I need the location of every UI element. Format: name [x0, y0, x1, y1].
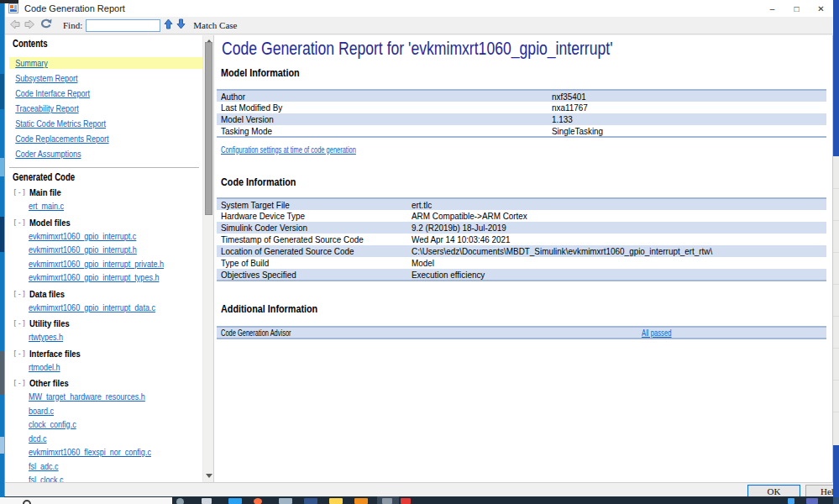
find-previous-icon[interactable] [164, 18, 173, 33]
search-circle-icon[interactable] [23, 500, 31, 504]
taskbar-icon-9[interactable] [382, 498, 392, 504]
generated-file-link[interactable]: rtwtypes.h [29, 330, 63, 344]
taskbar-icon-1[interactable] [176, 498, 184, 504]
row-label: Last Modified By [217, 102, 548, 113]
match-case-option[interactable]: Match Case [193, 20, 237, 30]
taskbar-tray-icon-1[interactable] [788, 498, 794, 504]
generated-file-link[interactable]: evkmimxrt1060_gpio_interrupt_private.h [29, 257, 164, 271]
tree-group-label: Other files [29, 376, 69, 390]
tree-file-row: clock_config.c [5, 417, 202, 432]
row-value-link[interactable]: All passed [642, 328, 672, 338]
taskbar-icon-3[interactable] [228, 498, 242, 504]
contents-link-row: Traceability Report [9, 101, 202, 116]
row-value: C:\Users\edz\Documents\MBDT_Simulink\evk… [407, 245, 826, 257]
find-next-icon[interactable] [176, 18, 186, 33]
configuration-settings-link[interactable]: Configuration settings at time of code g… [221, 144, 356, 155]
row-label: Location of Generated Source Code [217, 245, 407, 257]
generated-file-link[interactable]: evkmimxrt1060_flexspi_nor_config.c [29, 445, 151, 459]
find-input[interactable] [86, 19, 160, 32]
row-value: nxf35401 [548, 90, 826, 102]
contents-link[interactable]: Traceability Report [13, 102, 79, 114]
tree-file-row: dcd.c [5, 432, 202, 446]
generated-file-link[interactable]: ert_main.c [29, 199, 64, 213]
collapse-icon[interactable]: [-] [13, 218, 26, 227]
generated-file-link[interactable]: fsl_clock.c [29, 473, 64, 482]
contents-link[interactable]: Code Replacements Report [13, 133, 109, 144]
close-button[interactable]: ✕ [809, 0, 833, 17]
tree-group-label: Main file [29, 186, 61, 199]
generated-file-link[interactable]: dcd.c [29, 432, 47, 446]
tree-file-row: board.c [5, 404, 202, 418]
row-label: Objectives Specified [217, 269, 407, 281]
tree-file-row: rtmodel.h [5, 360, 202, 375]
row-label: Hardware Device Type [217, 210, 407, 222]
taskbar-icon-6[interactable] [304, 498, 317, 504]
taskbar-icon-8[interactable] [354, 498, 368, 504]
contents-link[interactable]: Code Interface Report [13, 87, 90, 99]
find-toolbar: Find: Match Case [5, 17, 833, 34]
contents-sidebar: Contents SummarySubsystem ReportCode Int… [5, 35, 202, 482]
scroll-down-icon[interactable] [206, 474, 212, 478]
contents-link[interactable]: Subsystem Report [13, 72, 77, 84]
collapse-icon[interactable]: [-] [13, 290, 26, 298]
refresh-icon[interactable] [39, 18, 52, 33]
row-value: Model [407, 257, 826, 269]
tree-file-row: evkmimxrt1060_gpio_interrupt.c [5, 229, 202, 244]
taskbar-icon-2[interactable] [202, 498, 212, 504]
sidebar-separator [9, 167, 199, 168]
sidebar-scrollbar[interactable] [202, 35, 213, 482]
taskbar-icon-7[interactable] [329, 498, 343, 504]
scrollbar-thumb[interactable] [205, 42, 212, 215]
tree-file-row: evkmimxrt1060_flexspi_nor_config.c [5, 445, 202, 459]
collapse-icon[interactable]: [-] [13, 379, 26, 387]
generated-file-link[interactable]: evkmimxrt1060_gpio_interrupt.c [29, 229, 136, 244]
tree-file-row: ert_main.c [5, 199, 202, 213]
row-value: Wed Apr 14 10:03:46 2021 [407, 234, 826, 245]
taskbar-icon-4[interactable] [254, 498, 262, 504]
row-value: 9.2 (R2019b) 18-Jul-2019 [407, 222, 826, 234]
background-window-edge [0, 0, 18, 3]
table-row: Type of BuildModel [217, 257, 826, 269]
row-value: All passed [637, 327, 826, 339]
forward-icon[interactable] [24, 18, 35, 33]
tree-file-row: evkmimxrt1060_gpio_interrupt_types.h [5, 270, 202, 285]
contents-link[interactable]: Coder Assumptions [13, 148, 81, 160]
tree-file-row: fsl_clock.c [5, 473, 202, 482]
tree-file-row: evkmimxrt1060_gpio_interrupt.h [5, 243, 202, 257]
generated-file-link[interactable]: rtmodel.h [29, 360, 60, 375]
info-table: Authornxf35401Last Modified Bynxa11767Mo… [217, 89, 826, 138]
generated-code-title: Generated Code [13, 171, 165, 183]
minimize-button[interactable]: – [760, 0, 784, 17]
generated-file-link[interactable]: evkmimxrt1060_gpio_interrupt_types.h [29, 270, 159, 285]
row-label: Timestamp of Generated Source Code [217, 234, 407, 245]
generated-file-link[interactable]: fsl_adc.c [29, 459, 59, 474]
row-label: Model Version [217, 113, 548, 125]
taskbar-icon-5[interactable] [279, 498, 292, 504]
taskbar-icon-10[interactable] [401, 498, 411, 504]
tree-group-label: Model files [29, 216, 71, 229]
taskbar-tray-icon-2[interactable] [806, 498, 818, 504]
generated-file-link[interactable]: evkmimxrt1060_gpio_interrupt_data.c [29, 301, 155, 315]
generated-file-link[interactable]: MW_target_hardware_resources.h [29, 390, 145, 404]
tree-file-row: fsl_adc.c [5, 459, 202, 474]
table-row: Authornxf35401 [217, 90, 826, 102]
collapse-icon[interactable]: [-] [13, 188, 26, 197]
tree-group-label: Data files [29, 287, 65, 301]
generated-file-link[interactable]: clock_config.c [29, 417, 76, 432]
tree-group-header: [-]Data files [5, 287, 202, 301]
maximize-button[interactable]: □ [784, 0, 809, 17]
section-heading: Model Information [221, 67, 771, 79]
row-label: Tasking Mode [217, 125, 548, 137]
generated-file-link[interactable]: evkmimxrt1060_gpio_interrupt.h [29, 243, 137, 257]
collapse-icon[interactable]: [-] [13, 349, 26, 358]
contents-link[interactable]: Static Code Metrics Report [13, 118, 106, 129]
tree-file-row: rtwtypes.h [5, 330, 202, 344]
generated-file-link[interactable]: board.c [29, 404, 54, 418]
section-heading: Code Information [221, 176, 771, 188]
taskbar[interactable] [0, 496, 839, 504]
collapse-icon[interactable]: [-] [13, 319, 26, 328]
contents-link[interactable]: Summary [13, 57, 48, 69]
tree-group-label: Utility files [29, 317, 70, 330]
back-icon[interactable] [9, 18, 20, 33]
table-row: Tasking ModeSingleTasking [217, 125, 826, 137]
